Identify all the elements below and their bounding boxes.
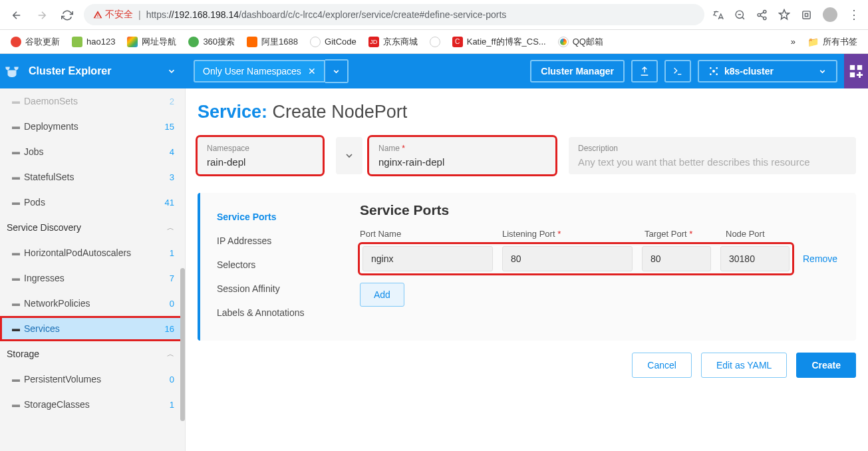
section-nav-selectors[interactable]: Selectors (200, 253, 353, 277)
sidebar-section-header[interactable]: Service Discovery︿ (0, 215, 185, 240)
sidebar-item-services[interactable]: ▬Services16 (0, 316, 185, 341)
sidebar-item-jobs[interactable]: ▬Jobs4 (0, 139, 185, 164)
apps-button[interactable] (844, 54, 868, 88)
sidebar-item-label: Pods (24, 197, 45, 208)
folder-icon: ▬ (12, 122, 20, 131)
sidebar-item-label: Services (24, 323, 60, 334)
target-port-input[interactable]: 80 (642, 246, 711, 271)
menu-icon[interactable]: ⋮ (848, 7, 860, 22)
svg-rect-11 (850, 65, 855, 70)
cluster-explorer-label: Cluster Explorer (29, 65, 111, 77)
chevron-down-icon (344, 150, 355, 161)
warning-icon (93, 10, 102, 19)
add-port-button[interactable]: Add (360, 283, 404, 307)
folder-icon: ▬ (12, 147, 20, 156)
shell-button[interactable] (664, 60, 691, 82)
star-icon[interactable] (778, 9, 790, 21)
sidebar-item-pods[interactable]: ▬Pods41 (0, 190, 185, 215)
create-button[interactable]: Create (796, 353, 856, 378)
section-nav-ip-addresses[interactable]: IP Addresses (200, 229, 353, 253)
description-placeholder: Any text you want that better describes … (578, 156, 847, 168)
chevron-down-icon (818, 67, 827, 76)
section-nav-service-ports[interactable]: Service Ports (200, 205, 353, 229)
bookmarks-more[interactable]: » (791, 37, 796, 47)
forward-button[interactable] (33, 5, 51, 24)
bookmark-item[interactable]: hao123 (72, 37, 115, 47)
zoom-out-icon[interactable] (734, 9, 746, 21)
import-button[interactable] (631, 60, 658, 82)
scrollbar-thumb[interactable] (180, 268, 185, 421)
translate-icon[interactable] (712, 9, 724, 21)
sidebar-item-count: 1 (170, 248, 174, 258)
share-icon[interactable] (756, 9, 768, 21)
rancher-logo[interactable] (0, 54, 23, 88)
footer-buttons: Cancel Edit as YAML Create (198, 353, 856, 378)
cluster-select[interactable]: k8s-cluster (698, 60, 837, 82)
cancel-button[interactable]: Cancel (632, 353, 692, 378)
sidebar-item-count: 0 (170, 299, 174, 309)
bookmark-item[interactable]: 阿里1688 (247, 36, 298, 48)
extensions-icon[interactable] (801, 9, 812, 21)
namespace-filter-pill[interactable]: Only User Namespaces ✕ (194, 60, 325, 82)
chrome-actions: ⋮ (712, 7, 860, 22)
namespace-filter-dropdown[interactable] (325, 59, 349, 83)
svg-point-3 (764, 17, 766, 19)
section-content: Service Ports Port Name Listening Port *… (353, 202, 856, 327)
sidebar: ▬DaemonSets2▬Deployments15▬Jobs4▬Statefu… (0, 88, 186, 451)
svg-rect-5 (805, 13, 807, 16)
description-input-group[interactable]: Description Any text you want that bette… (569, 137, 856, 174)
bookmark-item[interactable]: 谷歌更新 (11, 36, 60, 48)
bookmark-item[interactable]: CKatie_ff的博客_CS... (452, 36, 546, 48)
section-nav-session-affinity[interactable]: Session Affinity (200, 277, 353, 301)
sidebar-item-label: HorizontalPodAutoscalers (24, 247, 131, 258)
sidebar-header-label: Service Discovery (7, 222, 81, 233)
back-button[interactable] (8, 5, 25, 24)
col-port-name: Port Name (360, 229, 493, 239)
sidebar-item-horizontalpodautoscalers[interactable]: ▬HorizontalPodAutoscalers1 (0, 240, 185, 265)
bookmark-item[interactable]: JD京东商城 (368, 36, 418, 48)
url-bar[interactable]: 不安全 | https://192.168.198.14/dashboard/c… (84, 4, 704, 25)
sidebar-item-storageclasses[interactable]: ▬StorageClasses1 (0, 392, 185, 417)
sidebar-item-statefulsets[interactable]: ▬StatefulSets3 (0, 164, 185, 190)
sidebar-header-label: Storage (7, 349, 39, 359)
sidebar-item-networkpolicies[interactable]: ▬NetworkPolicies0 (0, 291, 185, 316)
close-icon[interactable]: ✕ (308, 66, 316, 76)
listening-port-input[interactable]: 80 (502, 246, 633, 271)
browser-chrome: 不安全 | https://192.168.198.14/dashboard/c… (0, 0, 868, 30)
sidebar-item-persistentvolumes[interactable]: ▬PersistentVolumes0 (0, 367, 185, 392)
namespace-select[interactable]: Namespace rain-depl (198, 137, 323, 174)
cluster-manager-button[interactable]: Cluster Manager (530, 60, 625, 82)
sidebar-item-count: 15 (165, 122, 174, 132)
bookmark-item[interactable]: 360搜索 (188, 36, 235, 48)
folder-icon: ▬ (12, 299, 20, 308)
remove-port-link[interactable]: Remove (803, 253, 837, 264)
name-input-group[interactable]: Name * nginx-rain-depl (369, 137, 555, 174)
reload-button[interactable] (59, 5, 76, 24)
edit-yaml-button[interactable]: Edit as YAML (701, 353, 788, 378)
node-port-input[interactable]: 30180 (720, 246, 790, 271)
sidebar-item-ingresses[interactable]: ▬Ingresses7 (0, 265, 185, 291)
sidebar-item-deployments[interactable]: ▬Deployments15 (0, 114, 185, 139)
profile-avatar[interactable] (823, 7, 837, 22)
namespace-chevron[interactable] (336, 137, 362, 174)
section-nav-labels-annotations[interactable]: Labels & Annotations (200, 301, 353, 325)
folder-icon: ▬ (12, 172, 20, 182)
sidebar-item-count: 4 (170, 147, 174, 157)
all-bookmarks[interactable]: 📁所有书签 (807, 36, 857, 48)
bookmark-item[interactable]: QQ邮箱 (558, 36, 603, 48)
sidebar-item-count: 16 (165, 324, 174, 334)
sidebar-item-label: NetworkPolicies (24, 298, 90, 309)
sidebar-item-daemonsets[interactable]: ▬DaemonSets2 (0, 88, 185, 114)
section-title: Service Ports (360, 202, 844, 218)
bookmark-item[interactable]: GitCode (310, 37, 357, 47)
bookmark-item[interactable]: 网址导航 (127, 36, 176, 48)
namespace-filter-label: Only User Namespaces (203, 66, 301, 76)
sidebar-section-header[interactable]: Storage︿ (0, 341, 185, 367)
cluster-explorer-dropdown[interactable]: Cluster Explorer (23, 54, 186, 88)
svg-point-9 (710, 73, 712, 75)
insecure-label: 不安全 (105, 9, 133, 21)
sidebar-item-label: Jobs (24, 146, 44, 157)
chevron-up-icon: ︿ (167, 223, 174, 233)
port-name-input[interactable]: nginx (362, 246, 493, 271)
bookmark-item[interactable] (430, 37, 440, 47)
